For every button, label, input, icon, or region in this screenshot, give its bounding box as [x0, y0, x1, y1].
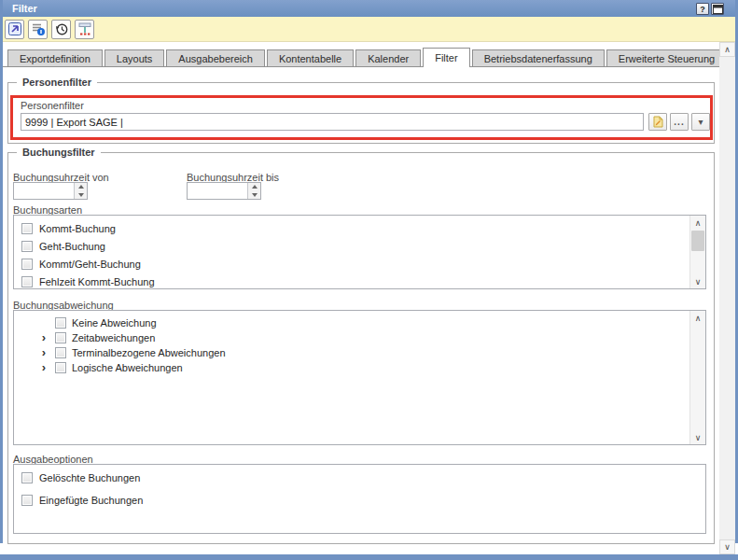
window-title: Filter [12, 3, 37, 14]
personenfilter-label: Personenfilter [21, 100, 84, 111]
run-export-icon [7, 21, 22, 36]
buchungsabweichung-scrollbar[interactable]: ∧ ∨ [689, 311, 705, 444]
buchungsuhrzeit-von-input[interactable] [14, 183, 74, 199]
run-export-button[interactable] [5, 20, 24, 39]
checkbox-kommt-geht-buchung[interactable] [21, 259, 33, 270]
checkbox-eingefuegte-buchungen[interactable] [21, 495, 33, 506]
expand-chevron-icon[interactable]: › [38, 362, 49, 373]
help-button[interactable]: ? [696, 3, 709, 15]
history-button[interactable] [51, 20, 71, 39]
tree-item-label: Terminalbezogene Abweichungen [72, 347, 226, 358]
personenfilter-legend: Personenfilter [17, 77, 97, 88]
spinner-up-icon [252, 185, 258, 189]
list-item-label: Kommt-Buchung [39, 223, 116, 234]
tree-item-label: Zeitabweichungen [72, 332, 155, 343]
buchungsuhrzeit-bis-input[interactable] [188, 183, 247, 199]
tab-layouts[interactable]: Layouts [104, 49, 165, 67]
window-border-left [0, 0, 3, 543]
list-item-kommt-buchung[interactable]: Kommt-Buchung [14, 219, 705, 237]
toolbar [0, 17, 738, 42]
tab-exportdefinition[interactable]: Exportdefinition [7, 49, 103, 67]
list-item-label: Eingefügte Buchungen [39, 495, 143, 506]
checkbox-zeitabweichungen[interactable] [55, 332, 66, 343]
tab-strip: Exportdefinition Layouts Ausgabebereich … [7, 48, 729, 67]
tab-betriebsdatenerfassung[interactable]: Betriebsdatenerfassung [472, 49, 605, 67]
history-icon [54, 21, 69, 36]
list-item-kommt-geht-buchung[interactable]: Kommt/Geht-Buchung [14, 255, 705, 273]
checkbox-geloeschte-buchungen[interactable] [21, 472, 33, 483]
list-info-icon [31, 21, 46, 36]
list-item-fehlzeit-kommt-buchung[interactable]: Fehlzeit Kommt-Buchung [14, 273, 705, 289]
scrollbar-thumb[interactable] [691, 231, 704, 251]
personenfilter-edit-button[interactable] [648, 113, 667, 131]
tab-ausgabebereich[interactable]: Ausgabebereich [166, 49, 265, 67]
list-item-geht-buchung[interactable]: Geht-Buchung [14, 237, 705, 255]
checkbox-geht-buchung[interactable] [21, 241, 33, 252]
scroll-down-icon[interactable]: ∨ [719, 539, 735, 554]
checkbox-kommt-buchung[interactable] [21, 223, 33, 234]
window-border-bottom [0, 554, 738, 560]
time-to-down-button[interactable] [248, 191, 260, 200]
expand-chevron-icon[interactable]: › [38, 347, 49, 358]
scroll-up-icon[interactable]: ∧ [690, 311, 705, 325]
expand-chevron-icon[interactable]: › [38, 332, 49, 343]
time-from-up-button[interactable] [75, 183, 87, 191]
tree-item-terminalbezogene-abweichungen[interactable]: › Terminalbezogene Abweichungen [14, 345, 705, 360]
list-item-eingefuegte-buchungen[interactable]: Eingefügte Buchungen [14, 491, 705, 509]
checkbox-terminalbezogene-abweichungen[interactable] [55, 347, 66, 358]
buchungsabweichung-tree: › Keine Abweichung › Zeitabweichungen › … [13, 310, 706, 445]
tab-erweiterte-steuerung[interactable]: Erweiterte Steuerung [606, 49, 727, 67]
window-icon [713, 5, 723, 14]
scroll-down-icon[interactable]: ∨ [690, 430, 705, 444]
columns-marker-icon [77, 21, 92, 36]
list-item-label: Fehlzeit Kommt-Buchung [39, 276, 155, 287]
list-item-label: Geht-Buchung [39, 241, 105, 252]
personenfilter-input[interactable] [21, 113, 644, 131]
tab-filter[interactable]: Filter [423, 48, 469, 67]
tree-item-label: Logische Abweichungen [72, 362, 183, 373]
scroll-down-icon[interactable]: ∨ [690, 274, 705, 288]
ausgabeoptionen-listbox: Gelöschte Buchungen Eingefügte Buchungen [13, 464, 706, 534]
window-button[interactable] [711, 3, 724, 15]
titlebar: Filter ? [0, 0, 738, 17]
buchungsuhrzeit-von-field [13, 182, 88, 200]
scroll-up-icon[interactable]: ∧ [690, 216, 705, 230]
list-info-button[interactable] [28, 20, 48, 39]
tab-kalender[interactable]: Kalender [355, 49, 421, 67]
main-scrollbar[interactable]: ∧ ∨ [719, 42, 735, 554]
spinner-down-icon [252, 193, 258, 197]
checkbox-logische-abweichungen[interactable] [55, 362, 66, 373]
personenfilter-dropdown-button[interactable]: ▾ [691, 113, 710, 131]
tab-baseline [3, 66, 719, 67]
spinner-up-icon [78, 185, 84, 189]
list-item-label: Kommt/Geht-Buchung [39, 259, 141, 270]
checkbox-keine-abweichung[interactable] [55, 317, 66, 329]
checkbox-fehlzeit-kommt-buchung[interactable] [21, 276, 33, 287]
buchungsarten-scrollbar[interactable]: ∧ ∨ [689, 216, 705, 288]
list-item-label: Gelöschte Buchungen [39, 472, 140, 483]
time-from-down-button[interactable] [75, 191, 87, 200]
spinner-down-icon [78, 193, 84, 197]
time-to-up-button[interactable] [248, 183, 260, 191]
tree-item-logische-abweichungen[interactable]: › Logische Abweichungen [14, 360, 705, 375]
personenfilter-browse-button[interactable]: ... [670, 113, 689, 131]
filter-window: Filter ? [0, 0, 738, 560]
columns-marker-button[interactable] [75, 20, 94, 39]
buchungsfilter-legend: Buchungsfilter [17, 147, 101, 158]
buchungsuhrzeit-bis-field [187, 182, 261, 200]
tree-item-keine-abweichung[interactable]: › Keine Abweichung [14, 315, 705, 330]
tab-kontentabelle[interactable]: Kontentabelle [267, 49, 354, 67]
buchungsarten-listbox: Kommt-Buchung Geht-Buchung Kommt/Geht-Bu… [13, 215, 706, 289]
edit-document-icon [652, 116, 664, 128]
scroll-up-icon[interactable]: ∧ [719, 42, 735, 57]
tree-item-zeitabweichungen[interactable]: › Zeitabweichungen [14, 330, 705, 345]
list-item-geloeschte-buchungen[interactable]: Gelöschte Buchungen [14, 469, 705, 486]
tree-item-label: Keine Abweichung [72, 317, 157, 329]
